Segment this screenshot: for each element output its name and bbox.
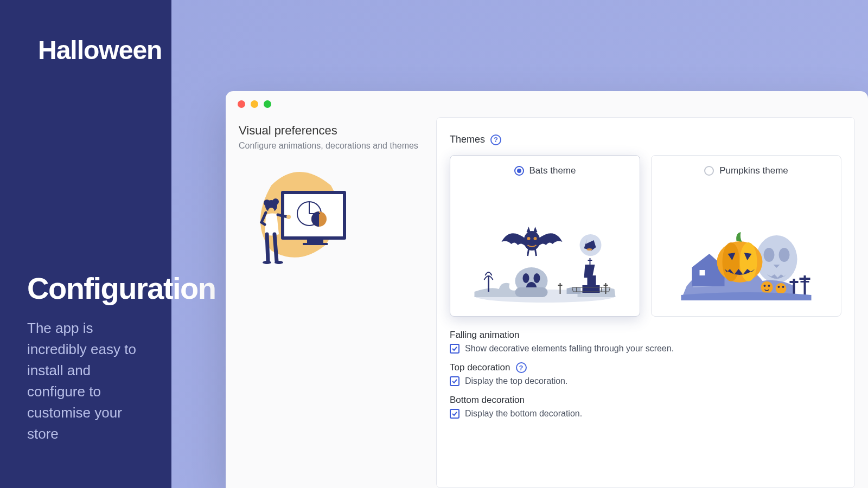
top-check-label: Display the top decoration. [465, 376, 567, 386]
svg-rect-68 [790, 281, 799, 283]
themes-heading: Themes ? [450, 134, 841, 145]
svg-marker-47 [527, 227, 531, 233]
top-decoration-setting: Top decoration ? Display the top decorat… [450, 362, 841, 386]
promo-sidebar: Halloween Configuration The app is incre… [0, 0, 171, 488]
theme-radio-bats[interactable]: Bats theme [460, 165, 630, 176]
window-titlebar [226, 91, 868, 117]
svg-point-66 [782, 286, 784, 288]
top-decoration-checkbox[interactable]: Display the top decoration. [450, 376, 841, 386]
svg-point-63 [768, 285, 770, 287]
falling-animation-setting: Falling animation Show decorative elemen… [450, 330, 841, 354]
svg-marker-48 [533, 227, 538, 233]
bottom-check-label: Display the bottom decoration. [465, 409, 582, 419]
theme-card-pumpkins[interactable]: Pumpkins theme [651, 155, 841, 317]
svg-point-20 [264, 200, 270, 206]
config-title: Configuration [27, 273, 150, 305]
top-decoration-label: Top decoration ? [450, 362, 841, 373]
svg-point-62 [764, 285, 766, 287]
theme-radio-pumpkins[interactable]: Pumpkins theme [661, 165, 831, 176]
svg-point-53 [779, 248, 790, 262]
svg-rect-71 [801, 281, 809, 282]
svg-point-57 [723, 242, 740, 281]
svg-point-64 [776, 283, 787, 294]
falling-animation-checkbox[interactable]: Show decorative elements falling through… [450, 344, 841, 354]
app-window: Visual preferences Configure animations,… [226, 91, 868, 488]
section-subtitle: Configure animations, decorations and th… [239, 141, 423, 151]
svg-rect-17 [307, 240, 323, 243]
svg-rect-70 [800, 278, 810, 280]
minimize-icon[interactable] [251, 100, 258, 108]
help-icon[interactable]: ? [490, 134, 501, 145]
theme-label: Pumpkins theme [719, 165, 788, 176]
visual-preferences-section: Visual preferences Configure animations,… [239, 117, 423, 488]
config-block: Configuration The app is incredibly easy… [27, 273, 150, 445]
svg-rect-18 [303, 243, 328, 245]
svg-point-29 [523, 273, 529, 283]
falling-check-label: Show decorative elements falling through… [465, 344, 674, 354]
help-icon[interactable]: ? [516, 362, 527, 373]
svg-rect-32 [515, 287, 548, 297]
svg-point-45 [587, 248, 592, 251]
svg-point-21 [272, 198, 279, 205]
svg-point-65 [778, 286, 780, 288]
maximize-icon[interactable] [264, 100, 271, 108]
svg-point-49 [527, 237, 531, 240]
svg-point-61 [761, 281, 773, 293]
svg-point-30 [534, 273, 540, 283]
svg-point-23 [286, 215, 291, 219]
themes-row: Bats theme [450, 155, 841, 317]
svg-rect-55 [700, 270, 705, 275]
theme-card-bats[interactable]: Bats theme [450, 155, 640, 317]
svg-point-52 [764, 248, 775, 262]
svg-marker-33 [584, 265, 596, 286]
section-title: Visual preferences [239, 124, 423, 138]
presenter-illustration [239, 164, 358, 272]
brand-row: Halloween [27, 28, 144, 72]
svg-point-58 [740, 242, 757, 281]
bottom-decoration-checkbox[interactable]: Display the bottom decoration. [450, 409, 841, 419]
svg-point-46 [524, 231, 540, 251]
bottom-decoration-label: Bottom decoration [450, 395, 841, 406]
bottom-decoration-setting: Bottom decoration Display the bottom dec… [450, 395, 841, 419]
config-description: The app is incredibly easy to install an… [27, 318, 150, 445]
theme-label: Bats theme [529, 165, 576, 176]
bats-theme-illustration [460, 186, 630, 311]
svg-point-24 [263, 261, 271, 264]
settings-panel: Themes ? Bats theme [436, 117, 855, 488]
themes-label: Themes [450, 134, 485, 145]
app-title: Halloween [38, 35, 162, 65]
falling-animation-label: Falling animation [450, 330, 841, 341]
svg-point-25 [275, 261, 283, 264]
svg-point-50 [534, 237, 537, 240]
close-icon[interactable] [238, 100, 245, 108]
pumpkins-theme-illustration [661, 186, 831, 311]
